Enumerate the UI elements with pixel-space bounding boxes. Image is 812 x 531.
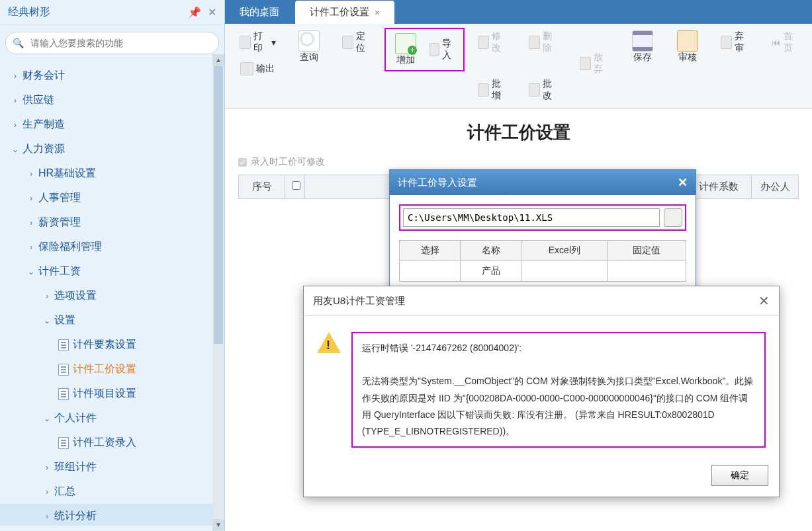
tree-item-供应链[interactable]: ›供应链: [0, 88, 224, 112]
browse-button[interactable]: [664, 208, 682, 227]
scroll-down-icon[interactable]: ▼: [212, 519, 224, 531]
chevron-icon: ⌄: [26, 267, 36, 276]
tree-item-人事管理[interactable]: ›人事管理: [0, 186, 224, 210]
tree-item-计件工资[interactable]: ⌄计件工资: [0, 259, 224, 284]
tree-label: 人力资源: [23, 142, 65, 156]
tree-item-设置[interactable]: ⌄设置: [0, 308, 224, 333]
tree-label: 个人计件: [54, 411, 97, 425]
cell-excel[interactable]: [521, 261, 608, 282]
audit-button[interactable]: 审核: [672, 28, 703, 66]
tab-desktop[interactable]: 我的桌面: [225, 1, 294, 24]
batch-modify-icon: [529, 83, 540, 97]
tree-label: 计件工资录入: [73, 436, 136, 450]
batch-add-button[interactable]: 批增: [474, 75, 512, 104]
chevron-icon: ›: [42, 292, 52, 301]
sidebar-title: 经典树形: [8, 5, 50, 19]
tree-label: 汇总: [54, 485, 75, 499]
chevron-icon: ›: [42, 512, 52, 521]
search-button[interactable]: 查询: [293, 28, 325, 66]
tree-item-统计分析[interactable]: ›统计分析: [0, 504, 224, 526]
document-icon: [58, 388, 69, 400]
warning-icon: [317, 332, 341, 356]
import-dialog-close-icon[interactable]: ✕: [678, 175, 688, 190]
col-checkbox[interactable]: [285, 175, 305, 198]
pin-icon[interactable]: 📌: [188, 6, 201, 19]
file-path-input[interactable]: [403, 208, 660, 227]
first-page-icon: ⏮: [772, 37, 781, 48]
error-dialog-header[interactable]: 用友U8计件工资管理 ✕: [304, 286, 779, 316]
search-box[interactable]: 🔍: [5, 32, 219, 54]
tree-item-班组计件[interactable]: ›班组计件: [0, 455, 224, 479]
tree-item-计件工价设置[interactable]: 计件工价设置: [0, 357, 224, 382]
cell-fixed[interactable]: [608, 261, 686, 282]
col-office: 办公人: [752, 175, 798, 198]
release-button[interactable]: 放弃: [576, 49, 613, 78]
page-title: 计件工价设置: [225, 109, 812, 152]
editable-checkbox[interactable]: [238, 158, 247, 167]
tab-close-icon[interactable]: ×: [375, 7, 380, 18]
import-button[interactable]: 导入: [426, 35, 459, 64]
error-message: 运行时错误 '-2147467262 (80004002)': 无法将类型为"S…: [351, 332, 766, 448]
tree-item-计件工资录入[interactable]: 计件工资录入: [0, 430, 224, 455]
tree-label: 计件项目设置: [73, 387, 136, 401]
tree-label: 计件工资: [38, 265, 81, 278]
tree-item-薪资管理[interactable]: ›薪资管理: [0, 210, 224, 235]
add-button[interactable]: 增加: [390, 30, 422, 69]
import-mapping-table: 选择 名称 Excel列 固定值 产品: [399, 240, 686, 282]
import-dialog: 计件工价导入设置 ✕ 选择 名称 Excel列 固定值 产品: [389, 169, 696, 292]
nav-tree: ›财务会计›供应链›生产制造⌄人力资源›HR基础设置›人事管理›薪资管理›保险福…: [0, 61, 224, 526]
save-button[interactable]: 保存: [627, 28, 658, 66]
tree-item-HR基础设置[interactable]: ›HR基础设置: [0, 161, 224, 186]
error-dialog-close-icon[interactable]: ✕: [758, 293, 770, 309]
tree-item-计件项目设置[interactable]: 计件项目设置: [0, 382, 224, 406]
tree-item-汇总[interactable]: ›汇总: [0, 479, 224, 504]
print-button[interactable]: 打印▾: [236, 28, 280, 57]
ok-button[interactable]: 确定: [711, 465, 768, 486]
modify-button[interactable]: 修改: [474, 28, 512, 57]
tree-item-财务会计[interactable]: ›财务会计: [0, 63, 224, 88]
chevron-icon: ›: [11, 96, 20, 105]
chevron-icon: ›: [26, 243, 36, 252]
chevron-icon: ›: [26, 218, 36, 227]
tree-item-计件要素设置[interactable]: 计件要素设置: [0, 333, 224, 357]
table-row[interactable]: 产品: [400, 261, 686, 282]
tree-label: 统计分析: [54, 509, 97, 523]
col-name: 名称: [461, 241, 521, 261]
error-dialog: 用友U8计件工资管理 ✕ 运行时错误 '-2147467262 (8000400…: [303, 286, 780, 497]
tree-label: 选项设置: [54, 289, 97, 303]
batch-modify-button[interactable]: 批改: [525, 75, 563, 104]
tree-item-人力资源[interactable]: ⌄人力资源: [0, 137, 224, 161]
add-icon: [395, 33, 416, 54]
cell-name: 产品: [461, 261, 521, 282]
tree-item-生产制造[interactable]: ›生产制造: [0, 112, 224, 137]
scrollbar-thumb[interactable]: [214, 66, 223, 344]
query-icon: [298, 30, 320, 52]
import-icon: [429, 43, 439, 56]
modify-icon: [478, 36, 489, 49]
tree-label: 设置: [54, 313, 75, 327]
abandon-button[interactable]: 弃审: [717, 28, 754, 57]
delete-icon: [529, 36, 540, 49]
tree-item-选项设置[interactable]: ›选项设置: [0, 284, 224, 308]
checkbox-label: 录入时工价可修改: [251, 156, 325, 168]
tab-piece-price[interactable]: 计件工价设置 ×: [295, 1, 394, 24]
chevron-icon: ›: [26, 194, 36, 203]
cell-select[interactable]: [400, 261, 461, 282]
locate-icon: [342, 36, 353, 49]
search-input[interactable]: [28, 35, 212, 51]
export-button[interactable]: 输出: [236, 60, 279, 78]
col-excel: Excel列: [521, 241, 608, 261]
delete-button[interactable]: 删除: [525, 28, 563, 57]
chevron-down-icon: ▾: [271, 37, 276, 48]
sidebar-scrollbar[interactable]: ▲ ▼: [212, 66, 224, 531]
audit-icon: [677, 30, 698, 52]
sidebar-close-icon[interactable]: ✕: [208, 6, 216, 19]
tree-item-保险福利管理[interactable]: ›保险福利管理: [0, 235, 224, 259]
scroll-up-icon[interactable]: ▲: [212, 54, 224, 66]
batch-add-icon: [478, 83, 489, 97]
tree-item-个人计件[interactable]: ⌄个人计件: [0, 406, 224, 430]
import-dialog-header[interactable]: 计件工价导入设置 ✕: [390, 170, 696, 195]
first-page-button[interactable]: ⏮首页: [768, 28, 802, 57]
locate-button[interactable]: 定位: [338, 28, 376, 57]
chevron-icon: ›: [11, 71, 20, 81]
